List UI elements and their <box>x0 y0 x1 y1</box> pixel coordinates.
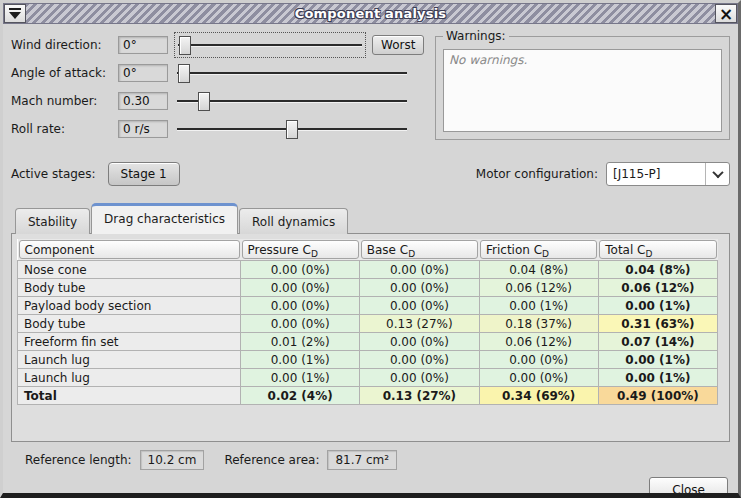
stage-1-toggle[interactable]: Stage 1 <box>108 162 180 186</box>
mach-number-label: Mach number: <box>11 94 118 108</box>
dialog-content: Wind direction: Worst Angle of attack: <box>3 24 738 498</box>
analysis-tabs: Stability Drag characteristics Roll dyna… <box>11 202 730 233</box>
value-cell: 0.00 (0%) <box>360 279 479 297</box>
angle-of-attack-slider[interactable] <box>176 62 408 84</box>
angle-of-attack-label: Angle of attack: <box>11 66 118 80</box>
tab-roll-dynamics[interactable]: Roll dynamics <box>239 208 348 234</box>
component-cell: Body tube <box>18 279 241 297</box>
value-cell: 0.02 (4%) <box>241 387 360 405</box>
no-warnings-text: No warnings. <box>449 53 527 67</box>
value-cell: 0.04 (8%) <box>598 261 717 279</box>
close-row: Close <box>11 477 730 498</box>
wind-direction-slider[interactable] <box>177 34 363 56</box>
roll-rate-label: Roll rate: <box>11 122 118 136</box>
table-row: Launch lug0.00 (1%)0.00 (0%)0.00 (0%)0.0… <box>18 369 718 387</box>
slider-thumb[interactable] <box>198 92 210 111</box>
value-cell: 0.00 (0%) <box>479 351 598 369</box>
wind-direction-label: Wind direction: <box>11 38 118 52</box>
component-cell: Launch lug <box>18 351 241 369</box>
top-section: Wind direction: Worst Angle of attack: <box>11 31 730 143</box>
roll-rate-row: Roll rate: <box>11 115 423 143</box>
component-cell: Body tube <box>18 315 241 333</box>
table-row: Nose cone0.00 (0%)0.00 (0%)0.04 (8%)0.04… <box>18 261 718 279</box>
stage-motor-row: Active stages: Stage 1 Motor configurati… <box>11 160 730 188</box>
component-cell: Nose cone <box>18 261 241 279</box>
table-row: Launch lug0.00 (1%)0.00 (0%)0.00 (0%)0.0… <box>18 351 718 369</box>
drag-table: Component Pressure CD Base CD Friction C… <box>17 239 718 405</box>
value-cell: 0.00 (0%) <box>360 297 479 315</box>
slider-thumb[interactable] <box>286 120 298 139</box>
reference-length-value: 10.2 cm <box>140 450 205 470</box>
value-cell: 0.00 (0%) <box>360 261 479 279</box>
angle-of-attack-field[interactable] <box>118 64 168 82</box>
close-icon: × <box>719 7 733 21</box>
tab-drag-characteristics[interactable]: Drag characteristics <box>91 203 238 234</box>
window-close-button[interactable]: × <box>715 4 737 23</box>
value-cell: 0.34 (69%) <box>479 387 598 405</box>
roll-rate-field[interactable] <box>118 120 168 138</box>
close-button[interactable]: Close <box>649 477 728 498</box>
value-cell: 0.00 (1%) <box>241 369 360 387</box>
motor-configuration-value: [J115-P] <box>607 167 705 181</box>
warnings-list: No warnings. <box>443 49 722 132</box>
motor-configuration-select[interactable]: [J115-P] <box>606 162 730 186</box>
chevron-down-icon <box>705 163 729 185</box>
component-cell: Payload body section <box>18 297 241 315</box>
table-header-row: Component Pressure CD Base CD Friction C… <box>18 239 718 261</box>
window-title: Component analysis <box>26 4 715 23</box>
wind-direction-field[interactable] <box>118 36 168 54</box>
table-row: Freeform fin set0.01 (2%)0.00 (0%)0.06 (… <box>18 333 718 351</box>
value-cell: 0.00 (1%) <box>598 351 717 369</box>
value-cell: 0.00 (1%) <box>241 351 360 369</box>
value-cell: 0.06 (12%) <box>479 333 598 351</box>
value-cell: 0.13 (27%) <box>360 387 479 405</box>
component-analysis-dialog: Component analysis × Wind direction: Wor… <box>0 0 741 498</box>
component-cell: Freeform fin set <box>18 333 241 351</box>
header-component[interactable]: Component <box>19 240 240 259</box>
reference-length-label: Reference length: <box>25 453 132 467</box>
mach-number-row: Mach number: <box>11 87 423 115</box>
mach-number-slider[interactable] <box>176 90 408 112</box>
value-cell: 0.00 (0%) <box>479 369 598 387</box>
mach-number-field[interactable] <box>118 92 168 110</box>
tab-stability[interactable]: Stability <box>15 208 90 234</box>
value-cell: 0.00 (0%) <box>241 297 360 315</box>
table-row: Body tube0.00 (0%)0.00 (0%)0.06 (12%)0.0… <box>18 279 718 297</box>
value-cell: 0.00 (0%) <box>241 279 360 297</box>
slider-thumb[interactable] <box>178 64 190 83</box>
active-stages-label: Active stages: <box>11 167 96 181</box>
slider-track <box>178 44 362 46</box>
slider-thumb[interactable] <box>179 36 191 55</box>
header-friction-cd[interactable]: Friction CD <box>480 240 597 259</box>
value-cell: 0.00 (0%) <box>241 315 360 333</box>
value-cell: 0.49 (100%) <box>598 387 717 405</box>
header-pressure-cd[interactable]: Pressure CD <box>242 240 359 259</box>
value-cell: 0.04 (8%) <box>479 261 598 279</box>
slider-track <box>177 72 407 74</box>
titlebar: Component analysis × <box>3 3 738 24</box>
wind-direction-slider-focus <box>174 32 366 58</box>
reference-area-value: 81.7 cm² <box>327 450 397 470</box>
wind-direction-row: Wind direction: Worst <box>11 31 423 59</box>
worst-button[interactable]: Worst <box>372 35 424 55</box>
angle-of-attack-row: Angle of attack: <box>11 59 423 87</box>
value-cell: 0.07 (14%) <box>598 333 717 351</box>
value-cell: 0.00 (0%) <box>241 261 360 279</box>
slider-track <box>177 100 407 102</box>
header-total-cd[interactable]: Total CD <box>599 240 716 259</box>
value-cell: 0.00 (0%) <box>360 351 479 369</box>
roll-rate-slider[interactable] <box>176 118 408 140</box>
component-cell: Launch lug <box>18 369 241 387</box>
window-menu-button[interactable] <box>4 4 26 23</box>
value-cell: 0.00 (1%) <box>598 297 717 315</box>
window-menu-icon <box>9 8 21 19</box>
header-base-cd[interactable]: Base CD <box>361 240 478 259</box>
warnings-title: Warnings: <box>443 29 509 43</box>
value-cell: 0.00 (0%) <box>360 369 479 387</box>
value-cell: 0.18 (37%) <box>479 315 598 333</box>
drag-table-body: Nose cone0.00 (0%)0.00 (0%)0.04 (8%)0.04… <box>18 261 718 405</box>
value-cell: 0.06 (12%) <box>479 279 598 297</box>
component-cell: Total <box>18 387 241 405</box>
reference-row: Reference length: 10.2 cm Reference area… <box>25 450 730 470</box>
table-row: Payload body section0.00 (0%)0.00 (0%)0.… <box>18 297 718 315</box>
